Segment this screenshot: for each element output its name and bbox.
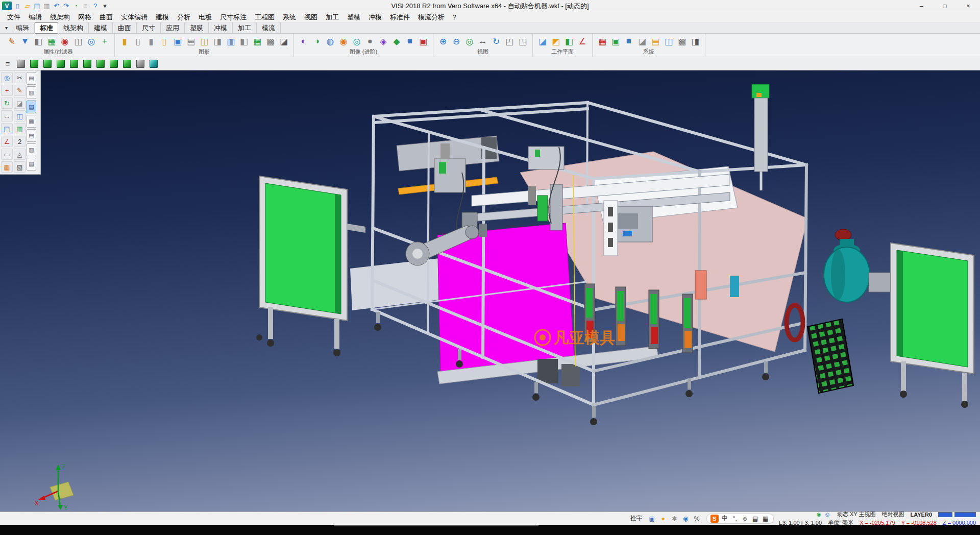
menu-item[interactable]: 系统: [279, 13, 300, 22]
maximize-button[interactable]: □: [933, 0, 957, 12]
solid-prism-icon[interactable]: ▮: [145, 35, 157, 48]
settings-tray-icon[interactable]: ✱: [670, 514, 679, 523]
menu-item[interactable]: 模流分析: [414, 13, 449, 22]
eraser-icon[interactable]: ◪: [14, 98, 26, 109]
ribbon-tab[interactable]: 线架构: [58, 22, 89, 34]
redo-icon[interactable]: ↷: [61, 1, 71, 11]
ribbon-tab[interactable]: 冲模: [209, 22, 233, 34]
corner-solid-icon[interactable]: ◪: [278, 35, 290, 48]
twin-cylinder-icon[interactable]: ◫: [198, 35, 210, 48]
hatch-solid-icon[interactable]: ▩: [264, 35, 277, 48]
top-view-icon[interactable]: [43, 60, 52, 68]
scissors-icon[interactable]: ✂: [14, 72, 26, 83]
workplane-xz-icon[interactable]: ◩: [550, 35, 562, 48]
ribbed-solid-icon[interactable]: ▥: [225, 35, 237, 48]
minimize-button[interactable]: –: [910, 0, 933, 12]
print-icon[interactable]: ▥: [42, 1, 52, 11]
menu-item[interactable]: 文件: [3, 13, 24, 22]
ribbon-tab[interactable]: 建模: [89, 22, 113, 34]
menu-item[interactable]: 实体编辑: [117, 13, 152, 22]
hollow-cylinder-icon[interactable]: ▯: [132, 35, 144, 48]
workplane-yz-icon[interactable]: ◧: [563, 35, 575, 48]
viewport-layout-icon[interactable]: ≡: [2, 58, 13, 69]
ribbon-tab[interactable]: 加工: [233, 22, 257, 34]
gem-render-icon[interactable]: ◈: [377, 35, 389, 48]
tube-icon[interactable]: ▯: [158, 35, 170, 48]
mirror-icon[interactable]: ◫: [14, 110, 26, 121]
workplane-xy-icon[interactable]: ◪: [536, 35, 549, 48]
monitor-icon[interactable]: ▣: [609, 35, 622, 48]
render-icon[interactable]: ◉: [337, 35, 350, 48]
clipboard-icon[interactable]: ▥: [27, 86, 36, 99]
dimetric-view-icon[interactable]: [123, 60, 131, 68]
active-linetype-swatch[interactable]: [954, 512, 976, 517]
filter-funnel-icon[interactable]: ▼: [19, 35, 31, 48]
qat-dropdown-icon[interactable]: ▾: [100, 1, 110, 11]
menu-item[interactable]: 网格: [74, 13, 95, 22]
machine-assembly[interactable]: [350, 84, 870, 425]
rotate-view-icon[interactable]: ↻: [490, 35, 502, 48]
front-view-icon[interactable]: [57, 60, 65, 68]
clone-attributes-icon[interactable]: ◫: [72, 35, 84, 48]
electrical-box2[interactable]: [561, 364, 580, 386]
solid-cylinder-icon[interactable]: ▮: [118, 35, 131, 48]
absolute-view-label[interactable]: 绝对视图: [882, 510, 904, 518]
window-system-icon[interactable]: ◫: [663, 35, 675, 48]
clipboard-active-icon[interactable]: ▤: [27, 101, 36, 113]
crosshair-icon[interactable]: +: [1, 85, 13, 96]
right-green-panel[interactable]: [869, 243, 974, 408]
sogou-logo-icon[interactable]: S: [710, 515, 719, 523]
clipboard-icon[interactable]: ▦: [27, 115, 36, 128]
element-mask-icon[interactable]: ◧: [32, 35, 44, 48]
menu-item[interactable]: 视图: [300, 13, 322, 22]
half-solid-icon[interactable]: ◨: [211, 35, 224, 48]
prism-icon[interactable]: ◬: [14, 149, 26, 160]
magnify-icon[interactable]: ◎: [1, 72, 13, 83]
menu-item[interactable]: 线架构: [46, 13, 74, 22]
outline-icon[interactable]: ◎: [351, 35, 363, 48]
facet-icon[interactable]: ◆: [390, 35, 403, 48]
ribbon-tab[interactable]: 塑膜: [185, 22, 209, 34]
mesh-solid-icon[interactable]: ▦: [251, 35, 263, 48]
save-icon[interactable]: ▤: [32, 1, 42, 11]
view-mode-label[interactable]: 动态 XY 主视图: [837, 510, 876, 518]
sheet-icon[interactable]: ▤: [185, 35, 197, 48]
add-filter-icon[interactable]: +: [99, 35, 111, 48]
numbered-view-icon[interactable]: 2: [14, 136, 26, 147]
ime-keyboard-icon[interactable]: ▤: [751, 515, 760, 523]
color-grid-icon[interactable]: ▦: [596, 35, 608, 48]
tab-dropdown-icon[interactable]: ▾: [2, 25, 11, 31]
new-file-icon[interactable]: ▯: [13, 1, 22, 11]
keyboard[interactable]: [807, 319, 853, 393]
ribbon-tab[interactable]: 曲面: [113, 22, 137, 34]
ribbon-tab[interactable]: 模流: [257, 22, 281, 34]
viewport-corner-icon[interactable]: ◳: [517, 35, 529, 48]
left-green-panel[interactable]: [256, 176, 365, 356]
open-file-icon[interactable]: ▱: [22, 1, 32, 11]
display-icon[interactable]: ■: [623, 35, 635, 48]
ime-emoji-icon[interactable]: ☺: [741, 515, 749, 523]
table-system-icon[interactable]: ▩: [676, 35, 688, 48]
viewport-split-icon[interactable]: ◰: [503, 35, 516, 48]
menu-item[interactable]: 标准件: [386, 13, 414, 22]
back-view-icon[interactable]: [96, 60, 105, 68]
menu-item[interactable]: 曲面: [95, 13, 117, 22]
clipboard-icon[interactable]: ▤: [27, 129, 36, 142]
undo-icon[interactable]: ↶: [52, 1, 61, 11]
assistant-tray-icon[interactable]: ●: [659, 514, 668, 523]
notes-icon[interactable]: ▭: [1, 149, 13, 160]
menu-item[interactable]: 加工: [322, 13, 343, 22]
view-state-icon[interactable]: ◉: [815, 512, 822, 518]
view-state2-icon[interactable]: ◎: [824, 512, 831, 518]
menu-item[interactable]: 编辑: [24, 13, 46, 22]
layers-stack-icon[interactable]: ▤: [1, 123, 13, 134]
clipboard-icon[interactable]: ▥: [27, 143, 36, 156]
trimetric-view-icon[interactable]: [136, 60, 144, 68]
ribbon-tab[interactable]: 编辑: [11, 22, 35, 34]
menu-item[interactable]: 电极: [194, 13, 216, 22]
shade-reverse-icon[interactable]: ◑: [311, 35, 323, 48]
edit-attributes-icon[interactable]: ✎: [6, 35, 18, 48]
contrast-icon[interactable]: ◨: [689, 35, 701, 48]
clipboard-icon[interactable]: ▤: [27, 72, 36, 85]
menu-item[interactable]: 工程图: [251, 13, 279, 22]
